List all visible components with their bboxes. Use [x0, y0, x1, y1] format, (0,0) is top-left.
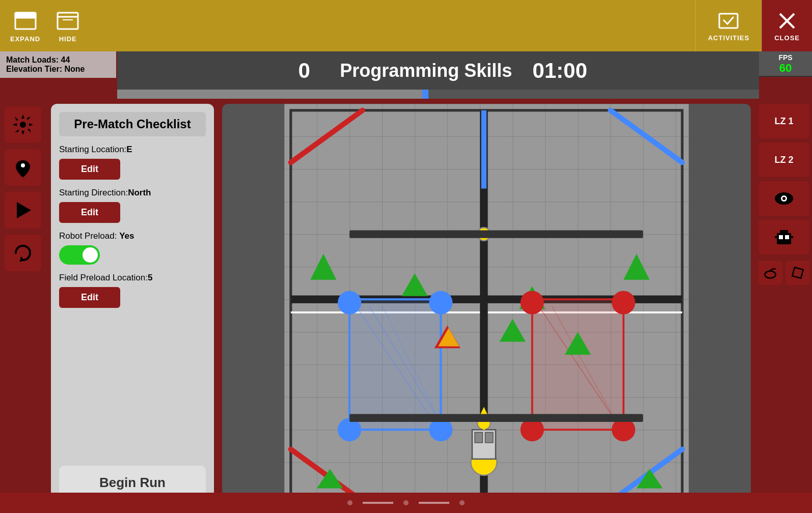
svg-rect-30: [349, 299, 441, 430]
score-title: Programming Skills: [340, 60, 512, 81]
svg-rect-67: [775, 236, 778, 238]
reset-button[interactable]: [5, 235, 41, 271]
lz1-button[interactable]: LZ 1: [759, 104, 809, 138]
expand-button[interactable]: EXPAND: [10, 9, 40, 43]
svg-rect-2: [58, 13, 78, 29]
bottom-dot-2: [403, 500, 409, 505]
hide-button[interactable]: HIDE: [56, 9, 80, 43]
match-loads-stat: Match Loads: 44: [6, 55, 110, 65]
starting-direction-row: Starting Direction:North Edit: [59, 188, 206, 223]
svg-point-49: [612, 291, 635, 315]
main-area: Pre-Match Checklist Starting Location:E …: [0, 99, 812, 513]
header-right-buttons: ACTIVITIES CLOSE: [695, 0, 812, 51]
svg-point-48: [521, 291, 544, 315]
svg-rect-65: [779, 235, 783, 239]
stats-overlay: Match Loads: 44 Elevation Tier: None: [0, 51, 116, 78]
toggle-thumb: [83, 247, 98, 263]
bottom-dot-3: [459, 500, 465, 505]
settings-button[interactable]: [5, 106, 41, 143]
svg-point-44: [338, 291, 361, 315]
svg-point-10: [21, 163, 25, 167]
starting-direction-label: Starting Direction:North: [59, 188, 206, 198]
center-panel: Pre-Match Checklist Starting Location:E …: [46, 99, 812, 513]
field-svg: [222, 104, 751, 508]
score-points: 0: [289, 59, 319, 83]
left-sidebar: [0, 99, 46, 513]
lz2-button[interactable]: LZ 2: [759, 142, 809, 177]
field-container: [222, 104, 751, 508]
field-preload-label: Field Preload Location:5: [59, 273, 206, 283]
checklist-title: Pre-Match Checklist: [59, 112, 206, 136]
svg-point-69: [765, 271, 776, 278]
header-toolbar: EXPAND HIDE ACTIVITIES CLOSE: [0, 0, 812, 51]
robot-preload-row: Robot Preload: Yes: [59, 231, 206, 265]
starting-location-edit-button[interactable]: Edit: [59, 159, 120, 180]
progress-fill: [117, 90, 425, 99]
transform-button[interactable]: [786, 261, 810, 285]
svg-rect-59: [349, 414, 643, 422]
svg-rect-58: [349, 230, 643, 238]
eye-button[interactable]: [759, 181, 809, 216]
bottom-line-1: [363, 502, 393, 504]
robot-icon-button[interactable]: [759, 220, 809, 254]
starting-direction-edit-button[interactable]: Edit: [59, 202, 120, 223]
svg-point-62: [782, 197, 786, 200]
svg-rect-64: [780, 230, 788, 235]
toggle-track[interactable]: [59, 245, 100, 265]
fps-value: 60: [759, 62, 812, 75]
right-sidebar: LZ 1 LZ 2: [756, 99, 812, 290]
field-preload-row: Field Preload Location:5 Edit: [59, 273, 206, 308]
svg-rect-1: [15, 13, 36, 18]
progress-bar: [117, 90, 759, 99]
svg-point-8: [20, 122, 26, 128]
svg-rect-66: [785, 235, 789, 239]
robot-preload-label: Robot Preload: Yes: [59, 231, 206, 241]
close-button[interactable]: CLOSE: [762, 0, 812, 51]
lasso-button[interactable]: [758, 261, 782, 285]
robot-preload-toggle[interactable]: [59, 245, 206, 265]
checklist-panel: Pre-Match Checklist Starting Location:E …: [51, 104, 214, 508]
bottom-line-2: [419, 502, 449, 504]
score-bar: 0 Programming Skills 01:00: [117, 51, 759, 90]
score-time: 01:00: [532, 59, 587, 83]
svg-rect-21: [481, 110, 486, 189]
bottom-bar: [0, 493, 812, 513]
svg-rect-55: [485, 432, 493, 442]
field-preload-edit-button[interactable]: Edit: [59, 287, 120, 308]
activities-button[interactable]: ACTIVITIES: [695, 0, 762, 51]
svg-rect-70: [792, 267, 803, 278]
play-button[interactable]: [5, 192, 41, 229]
starting-location-label: Starting Location:E: [59, 145, 206, 155]
svg-point-45: [429, 291, 452, 315]
svg-rect-68: [790, 236, 793, 238]
elevation-tier-stat: Elevation Tier: None: [6, 65, 110, 74]
location-button[interactable]: [5, 149, 41, 186]
svg-rect-54: [475, 432, 482, 442]
bottom-dot-1: [347, 500, 353, 505]
svg-marker-11: [17, 202, 31, 218]
svg-rect-5: [719, 14, 738, 28]
fps-display: FPS 60: [759, 51, 812, 77]
progress-marker: [422, 90, 428, 99]
starting-location-row: Starting Location:E Edit: [59, 145, 206, 180]
